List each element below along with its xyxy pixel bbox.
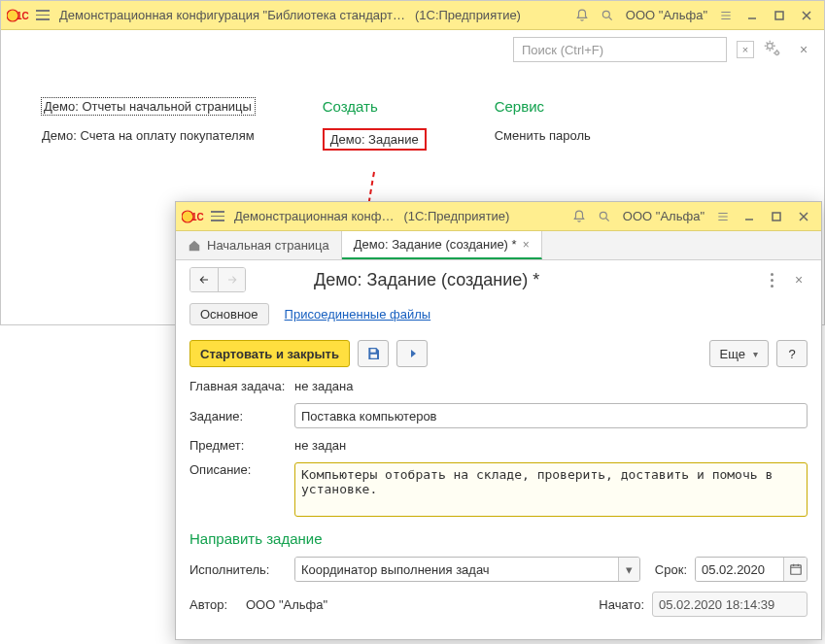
arrow-right-icon	[225, 274, 239, 286]
svg-text:1С: 1С	[17, 11, 29, 21]
form-close-icon[interactable]: ×	[790, 271, 808, 288]
settings-gear-icon[interactable]	[762, 38, 787, 61]
more-button[interactable]: Еще ▾	[709, 340, 769, 367]
search-clear-icon[interactable]: ×	[737, 41, 754, 58]
value-main-task: не задана	[294, 379, 353, 393]
org-name[interactable]: ООО "Альфа"	[622, 8, 711, 22]
task-window: 1С Демонстрационная конф… (1С:Предприяти…	[175, 201, 822, 640]
svg-rect-3	[775, 12, 783, 19]
section-files[interactable]: Присоединенные файлы	[285, 307, 431, 322]
svg-point-2	[602, 11, 609, 17]
svg-rect-10	[790, 565, 801, 574]
change-password-link[interactable]: Сменить пароль	[495, 128, 591, 143]
label-author: Автор:	[189, 597, 238, 612]
label-main-task: Главная задача:	[189, 379, 287, 393]
demo-task-link[interactable]: Демо: Задание	[323, 128, 427, 151]
close-icon[interactable]	[795, 6, 818, 25]
form-menu-icon[interactable]	[763, 271, 780, 288]
minimize-icon[interactable]	[740, 6, 764, 25]
tab-home[interactable]: Начальная страница	[176, 231, 342, 259]
close-icon[interactable]	[792, 207, 815, 226]
floppy-icon	[365, 346, 381, 361]
chevron-down-icon: ▾	[753, 349, 758, 359]
value-author: ООО "Альфа"	[246, 597, 327, 612]
save-button[interactable]	[358, 340, 389, 367]
executor-input[interactable]	[295, 558, 618, 581]
start-page-col-service: Сервис Сменить пароль	[495, 98, 591, 151]
row-author-started: Автор: ООО "Альфа" Начато: 05.02.2020 18…	[189, 592, 808, 617]
bell-icon[interactable]	[571, 5, 593, 26]
form-title: Демо: Задание (создание) *	[256, 270, 753, 290]
logo-1c-icon: 1С	[7, 7, 30, 24]
task-input[interactable]	[294, 403, 808, 428]
search-icon[interactable]	[597, 5, 618, 26]
service-heading: Сервис	[495, 98, 591, 115]
forward-action-button[interactable]	[396, 340, 428, 367]
description-textarea[interactable]	[294, 462, 808, 517]
svg-point-5	[775, 51, 779, 55]
task-title-left: Демонстрационная конф…	[234, 209, 394, 223]
logo-1c-icon: 1С	[182, 208, 205, 225]
search-input[interactable]	[520, 42, 720, 58]
action-row: Стартовать и закрыть Еще ▾ ?	[176, 328, 821, 375]
task-menu-icon[interactable]	[209, 208, 226, 225]
home-icon	[188, 239, 201, 253]
layout-icon[interactable]	[715, 5, 737, 26]
label-task: Задание:	[189, 409, 287, 424]
tab-home-label: Начальная страница	[207, 238, 329, 253]
reports-link[interactable]: Демо: Отчеты начальной страницы	[42, 98, 255, 115]
start-and-close-button[interactable]: Стартовать и закрыть	[189, 340, 350, 367]
layout-icon[interactable]	[712, 206, 734, 227]
search-icon[interactable]	[594, 206, 615, 227]
chevron-down-icon[interactable]: ▾	[618, 558, 639, 581]
global-search[interactable]	[513, 37, 727, 62]
main-toolbar: × ×	[1, 30, 824, 69]
start-page: Демо: Отчеты начальной страницы Демо: Сч…	[1, 69, 824, 151]
play-icon	[406, 347, 418, 360]
tabbar: Начальная страница Демо: Задание (создан…	[176, 231, 821, 260]
start-and-close-label: Стартовать и закрыть	[200, 347, 339, 361]
executor-combo[interactable]: ▾	[294, 557, 640, 582]
maximize-icon[interactable]	[765, 207, 788, 226]
task-titlebar: 1С Демонстрационная конф… (1С:Предприяти…	[176, 202, 821, 231]
label-started: Начато:	[599, 597, 644, 612]
maximize-icon[interactable]	[768, 6, 791, 25]
minimize-icon[interactable]	[738, 207, 761, 226]
panel-close-icon[interactable]: ×	[795, 41, 812, 58]
start-page-col-create: Создать Демо: Задание	[323, 98, 427, 151]
more-label: Еще	[720, 347, 745, 361]
deadline-date[interactable]	[695, 557, 808, 582]
calendar-icon[interactable]	[783, 558, 807, 581]
row-executor-deadline: Исполнитель: ▾ Срок:	[189, 557, 808, 582]
svg-point-4	[768, 44, 773, 50]
start-page-col-left: Демо: Отчеты начальной страницы Демо: Сч…	[42, 98, 255, 151]
row-main-task: Главная задача: не задана	[189, 379, 808, 393]
nav-row: Демо: Задание (создание) * ×	[176, 260, 821, 299]
create-heading: Создать	[323, 98, 427, 115]
label-executor: Исполнитель:	[189, 562, 287, 577]
bell-icon[interactable]	[568, 206, 590, 227]
svg-point-8	[600, 212, 606, 219]
help-label: ?	[788, 347, 795, 361]
nav-history	[189, 267, 246, 292]
row-description: Описание:	[189, 462, 808, 517]
value-subject: не задан	[294, 438, 346, 453]
nav-forward-button[interactable]	[218, 268, 245, 291]
task-org-name[interactable]: ООО "Альфа"	[619, 209, 708, 223]
tab-task-label: Демо: Задание (создание) *	[354, 237, 517, 252]
nav-back-button[interactable]	[190, 268, 218, 291]
deadline-input[interactable]	[696, 558, 783, 581]
help-button[interactable]: ?	[776, 340, 808, 367]
main-menu-icon[interactable]	[34, 7, 52, 24]
invoices-link[interactable]: Демо: Счета на оплату покупателям	[42, 128, 255, 143]
section-main[interactable]: Основное	[189, 303, 269, 325]
svg-text:1С: 1С	[191, 212, 204, 222]
tab-close-icon[interactable]: ×	[523, 238, 530, 252]
tab-task[interactable]: Демо: Задание (создание) * ×	[342, 231, 542, 259]
label-description: Описание:	[189, 462, 287, 477]
label-deadline: Срок:	[648, 562, 687, 577]
row-task: Задание:	[189, 403, 808, 428]
main-title-suffix: (1С:Предприятие)	[415, 8, 521, 22]
row-subject: Предмет: не задан	[189, 438, 808, 453]
started-value: 05.02.2020 18:14:39	[652, 592, 808, 617]
